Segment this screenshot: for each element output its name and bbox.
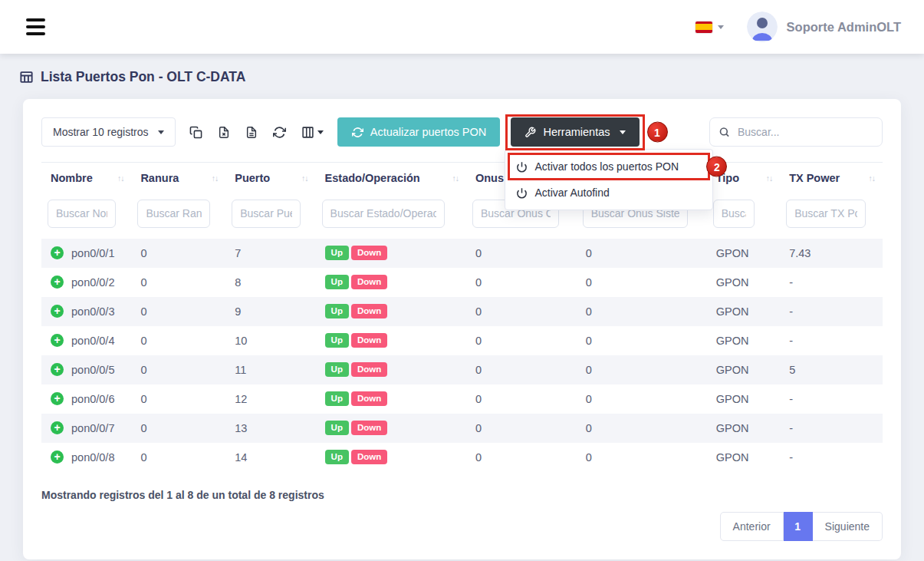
port-name: pon0/0/1 — [71, 247, 114, 259]
expand-row-icon[interactable]: + — [51, 246, 64, 259]
table-filter-row — [41, 193, 883, 239]
cell-estado-operacion: UpDown — [316, 268, 466, 297]
status-down-badge: Down — [351, 450, 387, 465]
user-avatar — [747, 12, 778, 42]
cell-tipo: GPON — [707, 326, 780, 355]
filter-nombre-input[interactable] — [48, 200, 116, 228]
menu-item-activate-autofind[interactable]: Activar Autofind — [505, 180, 712, 206]
pagination-page-1-button[interactable]: 1 — [784, 512, 813, 541]
expand-row-icon[interactable]: + — [51, 421, 64, 434]
table-body: + pon0/0/1 0 7 UpDown 0 0 GPON 7.43 + po… — [41, 239, 883, 472]
table-row: + pon0/0/5 0 11 UpDown 0 0 GPON 5 — [41, 355, 883, 384]
language-selector[interactable] — [695, 21, 724, 33]
caret-down-icon — [718, 25, 724, 29]
cell-tx-power: - — [780, 268, 883, 297]
sidebar-toggle-button[interactable] — [23, 14, 48, 40]
pagination: Anterior 1 Siguiente — [41, 512, 883, 541]
spain-flag-icon — [695, 21, 712, 33]
col-header-ranura[interactable]: Ranura↑↓ — [131, 163, 225, 193]
status-down-badge: Down — [351, 362, 387, 378]
status-up-badge: Up — [325, 275, 349, 290]
sort-icon: ↑↓ — [117, 173, 124, 183]
menu-item-activate-all-pon-ports[interactable]: Activar todos los puertos PON 2 — [505, 153, 712, 180]
user-menu[interactable]: Soporte AdminOLT — [747, 12, 901, 42]
sort-icon: ↑↓ — [766, 173, 773, 183]
page-length-dropdown[interactable]: Mostrar 10 registros — [41, 117, 176, 147]
col-header-estado-operacion[interactable]: Estado/Operación↑↓ — [316, 163, 466, 193]
port-name: pon0/0/4 — [71, 335, 114, 347]
cell-tipo: GPON — [707, 355, 780, 384]
tools-dropdown-button[interactable]: Herramientas — [511, 117, 639, 147]
search-input[interactable] — [709, 117, 883, 147]
table-row: + pon0/0/1 0 7 UpDown 0 0 GPON 7.43 — [41, 239, 883, 268]
reload-table-button[interactable] — [273, 126, 286, 139]
table-row: + pon0/0/3 0 9 UpDown 0 0 GPON - — [41, 297, 883, 326]
filter-estado-input[interactable] — [322, 200, 446, 228]
cell-tipo: GPON — [707, 414, 780, 443]
wrench-icon — [524, 127, 536, 138]
port-name: pon0/0/5 — [71, 364, 114, 376]
table-toolbar: Mostrar 10 registros — [41, 117, 883, 147]
col-header-puerto[interactable]: Puerto↑↓ — [225, 163, 315, 193]
refresh-icon — [273, 126, 286, 139]
col-header-nombre[interactable]: Nombre↑↓ — [41, 163, 131, 193]
cell-tx-power: - — [780, 326, 883, 355]
cell-tx-power: - — [780, 414, 883, 443]
export-file-button[interactable] — [245, 126, 258, 139]
sync-icon — [352, 127, 363, 138]
export-buttons-group — [186, 126, 327, 139]
cell-puerto: 14 — [225, 443, 315, 472]
cell-onus: 0 — [466, 268, 577, 297]
filter-ranura-input[interactable] — [137, 200, 209, 228]
status-up-badge: Up — [325, 421, 349, 436]
cell-estado-operacion: UpDown — [316, 239, 466, 268]
copy-button[interactable] — [189, 126, 202, 139]
cell-puerto: 9 — [225, 297, 315, 326]
col-header-tipo[interactable]: Tipo↑↓ — [707, 163, 780, 193]
annotation-step-1-badge: 1 — [647, 122, 668, 143]
update-pon-ports-button[interactable]: Actualizar puertos PON — [337, 117, 500, 147]
power-icon — [516, 187, 528, 199]
table-row: + pon0/0/7 0 13 UpDown 0 0 GPON - — [41, 414, 883, 443]
cell-onus-2: 0 — [577, 297, 707, 326]
expand-row-icon[interactable]: + — [51, 363, 64, 376]
col-header-tx-power[interactable]: TX Power↑↓ — [780, 163, 883, 193]
filter-puerto-input[interactable] — [232, 200, 300, 228]
port-name: pon0/0/8 — [71, 451, 114, 464]
status-up-badge: Up — [325, 333, 349, 348]
expand-row-icon[interactable]: + — [51, 276, 64, 289]
cell-puerto: 13 — [225, 414, 315, 443]
cell-ranura: 0 — [131, 355, 225, 384]
port-name: pon0/0/6 — [71, 393, 114, 405]
status-down-badge: Down — [351, 246, 387, 261]
filter-tx-power-input[interactable] — [786, 200, 866, 228]
column-visibility-button[interactable] — [301, 126, 324, 139]
sort-icon: ↑↓ — [869, 173, 876, 183]
table-row: + pon0/0/4 0 10 UpDown 0 0 GPON - — [41, 326, 883, 355]
cell-tx-power: 7.43 — [780, 239, 883, 268]
pon-ports-card: Mostrar 10 registros — [23, 99, 901, 559]
pagination-previous-button[interactable]: Anterior — [720, 512, 784, 541]
pagination-next-button[interactable]: Siguiente — [813, 512, 883, 541]
expand-row-icon[interactable]: + — [51, 334, 64, 347]
expand-row-icon[interactable]: + — [51, 450, 64, 464]
status-up-badge: Up — [325, 450, 349, 465]
cell-ranura: 0 — [131, 326, 225, 355]
export-excel-button[interactable] — [218, 126, 230, 139]
cell-puerto: 8 — [225, 268, 315, 297]
cell-tipo: GPON — [707, 268, 780, 297]
cell-tipo: GPON — [707, 239, 780, 268]
cell-ranura: 0 — [131, 268, 225, 297]
table-icon — [19, 70, 34, 84]
records-info: Mostrando registros del 1 al 8 de un tot… — [41, 489, 883, 501]
cell-tipo: GPON — [707, 443, 780, 472]
table-row: + pon0/0/6 0 12 UpDown 0 0 GPON - — [41, 384, 883, 414]
cell-onus-2: 0 — [577, 443, 707, 472]
sort-icon: ↑↓ — [212, 173, 219, 183]
expand-row-icon[interactable]: + — [51, 305, 64, 318]
status-up-badge: Up — [325, 362, 349, 378]
filter-tipo-input[interactable] — [713, 200, 755, 228]
expand-row-icon[interactable]: + — [51, 392, 64, 405]
sort-icon: ↑↓ — [301, 173, 308, 183]
cell-puerto: 12 — [225, 384, 315, 414]
